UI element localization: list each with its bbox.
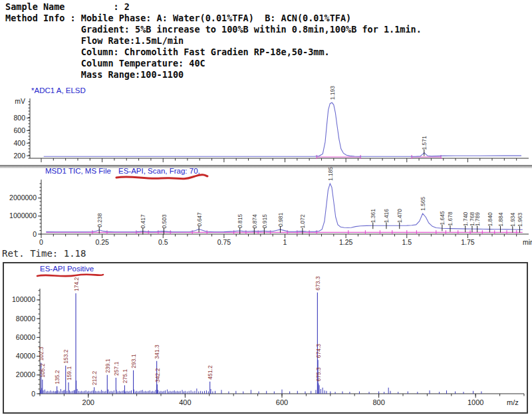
svg-text:0.915: 0.915 [261,214,268,229]
svg-text:1.185: 1.185 [327,167,334,182]
svg-text:102.3: 102.3 [38,346,45,361]
header-line: Gradient: 5%B increase to 100%B within 0… [5,24,422,35]
svg-text:mV: mV [15,97,25,105]
svg-text:0: 0 [33,230,37,238]
svg-text:451.2: 451.2 [207,365,213,380]
svg-text:0.981: 0.981 [277,213,284,227]
svg-text:0.647: 0.647 [196,212,203,227]
svg-text:257.1: 257.1 [113,361,120,376]
svg-text:0.238: 0.238 [96,213,103,227]
report-page: { "header": { "lines": [ "Sample Name : … [0,0,532,415]
svg-text:1000: 1000 [467,398,483,406]
svg-text:1.963: 1.963 [517,212,523,227]
svg-text:0.25: 0.25 [95,238,109,246]
svg-text:min: min [523,238,532,246]
header-line: Flow Rate:1.5mL/min [5,35,422,47]
mass-spectrum-panel: ES-API Positive 020000400006000080000100… [3,262,528,414]
tic-chart-title: MSD1 TIC, MS File [45,167,111,175]
svg-text:1.571: 1.571 [421,136,428,150]
svg-text:174.2: 174.2 [73,277,80,292]
header-line: Method Info : Mobile Phase: A: Water(0.0… [5,13,422,24]
svg-text:239.1: 239.1 [104,358,111,373]
svg-text:159.1: 159.1 [66,366,72,381]
svg-text:1000000: 1000000 [9,211,37,219]
svg-text:342.2: 342.2 [154,368,161,382]
svg-text:60000: 60000 [16,333,35,341]
header-line: Mass Range:100-1100 [5,69,422,80]
svg-text:153.2: 153.2 [63,349,69,364]
svg-text:400: 400 [179,398,191,406]
svg-text:1.645: 1.645 [439,211,446,225]
svg-text:1.678: 1.678 [447,211,454,226]
svg-text:0.75: 0.75 [217,238,231,246]
svg-text:1.565: 1.565 [420,197,426,211]
svg-text:80000: 80000 [16,315,35,323]
svg-text:800: 800 [13,114,25,122]
elsd-chromatogram-chart: 200400600800mV1.1931.571 [0,96,532,165]
svg-text:40000: 40000 [16,352,35,360]
svg-text:100000: 100000 [12,295,35,303]
svg-text:0: 0 [31,390,35,398]
svg-text:1.840: 1.840 [487,212,493,227]
svg-text:673.3: 673.3 [315,276,321,291]
svg-text:800: 800 [372,398,384,406]
svg-text:600: 600 [13,126,25,134]
svg-text:0.5: 0.5 [158,238,168,246]
svg-text:1.884: 1.884 [497,212,504,227]
svg-text:600: 600 [276,398,288,406]
svg-text:1.740: 1.740 [462,212,469,227]
svg-text:1.416: 1.416 [383,209,390,223]
tic-chromatogram-chart: 01000000200000000.250.50.7511.251.51.75m… [0,177,532,251]
svg-text:20000: 20000 [16,370,35,378]
svg-text:341.3: 341.3 [154,345,160,359]
svg-text:2000000: 2000000 [9,194,37,202]
svg-text:200: 200 [82,398,94,406]
svg-text:200: 200 [13,152,25,160]
svg-text:1: 1 [283,238,287,246]
svg-text:0.874: 0.874 [251,214,258,229]
svg-text:675.3: 675.3 [315,367,322,382]
svg-text:1.25: 1.25 [339,238,353,246]
svg-text:1.5: 1.5 [402,238,412,246]
svg-text:275.1: 275.1 [122,369,128,384]
svg-text:135.2: 135.2 [54,370,61,384]
method-header: Sample Name : 2 Method Info : Mobile Pha… [5,1,422,80]
svg-text:1.193: 1.193 [329,86,336,100]
svg-text:1.361: 1.361 [370,209,376,223]
svg-text:0: 0 [39,238,43,246]
svg-text:1.072: 1.072 [299,214,306,229]
svg-text:0.417: 0.417 [140,214,146,229]
svg-text:400: 400 [13,139,25,147]
elsd-chart-title: *ADC1 A, ELSD [31,86,86,94]
svg-text:1.934: 1.934 [509,212,516,227]
header-line: Column: Chromolith Fast Gradien RP-18e,5… [5,47,422,58]
header-line: Sample Name : 2 [5,1,422,13]
svg-text:0.815: 0.815 [237,213,243,228]
header-line: Column Temperature: 40C [5,58,422,69]
svg-text:1.789: 1.789 [474,212,481,227]
svg-text:293.1: 293.1 [130,354,137,368]
svg-text:1.75: 1.75 [461,238,475,246]
svg-text:0.503: 0.503 [161,214,168,229]
svg-text:m/z: m/z [507,398,519,406]
svg-text:212.2: 212.2 [91,371,98,386]
retention-time-label: Ret. Time: 1.18 [2,248,86,259]
svg-text:105.2: 105.2 [39,363,46,378]
svg-text:1.470: 1.470 [396,209,403,223]
mass-spectrum-chart: 0200004000060000800001000002004006008001… [4,263,527,411]
svg-text:674.3: 674.3 [315,344,322,358]
